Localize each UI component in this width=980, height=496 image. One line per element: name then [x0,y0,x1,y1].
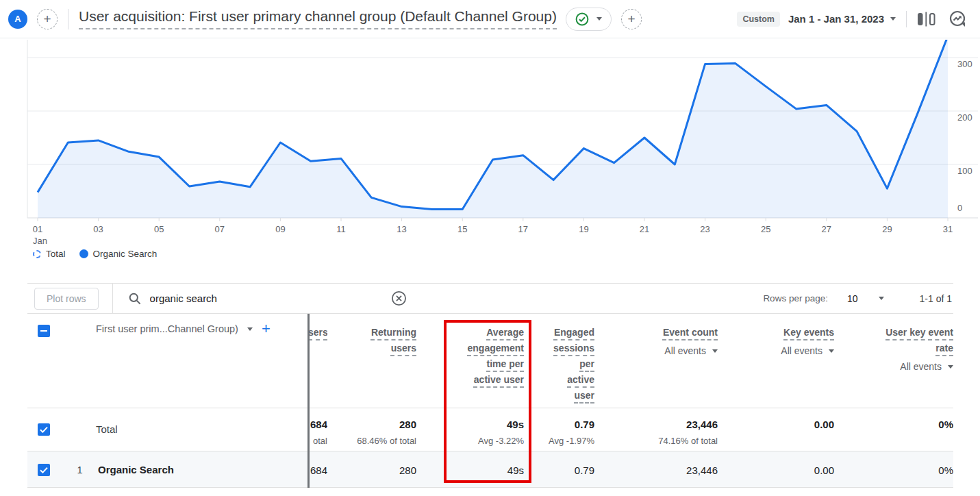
dimension-header-cell: First user prim...Channel Group) + [68,314,308,408]
x-tick-label: 21 [640,224,649,234]
column-header-key-events[interactable]: Key events All events [718,314,834,408]
row-cell-key-events: 0.00 [718,451,834,487]
dimension-chevron-icon[interactable] [247,327,253,331]
timeseries-chart: 010020030001Jan0305070911131517192123252… [0,38,980,283]
row-cell-users: 684 [308,451,327,487]
table-row[interactable]: 1 Organic Search 684 280 49s 0.79 23,446… [27,451,953,488]
x-tick-month-label: Jan [33,236,47,246]
legend-item-organic-search[interactable]: Organic Search [79,249,158,259]
chart-canvas[interactable]: 010020030001Jan0305070911131517192123252… [0,38,980,283]
y-tick-label: 200 [957,112,972,123]
data-quality-button[interactable] [566,8,612,31]
search-input[interactable] [150,293,390,304]
column-header-event-count[interactable]: Event count All events [594,314,718,408]
x-tick-label: 13 [397,224,406,234]
row-dimension-value[interactable]: Organic Search [98,451,308,487]
row-cell-engaged-sessions: 0.79 [524,451,594,487]
total-cell-engaged-sessions: 0.79 Avg -1.97% [524,408,594,451]
x-tick-label: 29 [882,224,892,234]
x-tick-label: 03 [93,224,103,234]
chart-legend: Total Organic Search [33,249,157,259]
row-index: 1 [68,451,98,487]
column-header-users[interactable]: sers [308,314,327,408]
report-table: First user prim...Channel Group) + sers … [27,314,953,488]
column-resize-handle[interactable] [307,314,310,488]
x-tick-label: 15 [457,224,467,234]
chevron-down-icon [829,349,834,353]
column-header-avg-engagement-time[interactable]: Average engagement time per active user [416,314,524,408]
report-title[interactable]: User acquisition: First user primary cha… [79,8,557,29]
select-all-checkbox[interactable] [38,325,50,337]
event-filter[interactable]: All events [594,345,718,356]
date-chevron-down-icon[interactable] [890,17,896,21]
rows-per-page-chevron-icon[interactable] [879,297,884,300]
x-tick-label: 01 [33,224,42,234]
check-circle-icon [575,12,589,26]
header-checkbox-cell [27,314,68,408]
total-cell-returning-users: 280 68.46% of total [327,408,416,451]
row-checkbox[interactable] [38,464,50,476]
row-cell-avg-engagement-time: 49s [416,451,524,487]
plot-rows-button[interactable]: Plot rows [34,288,99,310]
column-header-engaged-sessions[interactable]: Engaged sessions per active user [524,314,594,408]
x-tick-label: 07 [215,224,225,234]
comparison-icon[interactable] [917,11,935,27]
x-tick-label: 17 [518,224,528,234]
add-segment-button[interactable]: + [621,9,642,29]
event-filter[interactable]: All events [834,361,953,372]
date-range-selector[interactable]: Jan 1 - Jan 31, 2023 [788,13,884,25]
insights-icon[interactable] [949,10,966,27]
add-dimension-button[interactable]: + [262,323,271,335]
header-divider [68,9,68,29]
table-header-row: First user prim...Channel Group) + sers … [27,314,953,408]
y-tick-label: 100 [957,166,972,176]
x-tick-label: 05 [154,224,164,234]
pagination-status: 1-1 of 1 [920,293,952,304]
x-tick-label: 11 [336,224,346,234]
legend-item-total[interactable]: Total [33,249,66,259]
date-range-type-badge: Custom [737,12,780,27]
table-total-row: Total 684 otal 280 68.46% of total 49s A… [27,408,953,451]
chevron-down-icon [712,349,718,353]
total-label: Total [68,408,308,451]
rows-per-page-label: Rows per page: [763,293,828,303]
legend-label: Organic Search [93,249,158,259]
chevron-down-icon [948,365,953,369]
row-cell-user-key-event-rate: 0% [834,451,953,487]
series-area [38,38,948,218]
dimension-header-label[interactable]: First user prim...Channel Group) [96,323,238,334]
x-tick-label: 25 [761,224,770,234]
table-controls: Plot rows Rows per page: 10 1-1 of 1 [27,283,953,314]
total-cell-key-events: 0.00 [718,408,834,451]
x-tick-label: 09 [275,224,285,234]
total-cell-users: 684 otal [308,408,327,451]
header-divider [906,11,907,27]
total-cell-event-count: 23,446 74.16% of total [594,408,718,451]
app-header: A + User acquisition: First user primary… [0,0,980,38]
y-tick-label: 300 [957,59,972,69]
total-cell-avg-engagement-time: 49s Avg -3.22% [416,408,524,451]
clear-search-icon[interactable] [390,290,407,307]
total-row-checkbox[interactable] [38,423,50,436]
rows-per-page-value[interactable]: 10 [847,293,858,304]
row-checkbox-cell [27,451,68,487]
row-cell-event-count: 23,446 [594,451,718,487]
y-tick-label: 0 [957,203,962,213]
x-tick-label: 27 [822,224,831,234]
solid-dot-swatch-icon [79,249,88,258]
x-tick-label: 31 [943,224,953,234]
column-header-user-key-event-rate[interactable]: User key event rate All events [834,314,953,408]
add-comparison-button[interactable]: + [37,9,58,29]
event-filter[interactable]: All events [718,345,834,356]
chevron-down-icon [596,17,602,21]
x-tick-label: 19 [579,224,588,234]
row-cell-returning-users: 280 [327,451,416,487]
x-tick-label: 23 [700,224,709,234]
table-search[interactable] [113,290,412,307]
search-icon [128,292,142,306]
total-checkbox-cell [27,408,68,451]
legend-label: Total [46,249,66,259]
account-avatar[interactable]: A [8,10,27,29]
column-header-returning-users[interactable]: Returning users [327,314,416,408]
dashed-circle-swatch-icon [33,250,41,258]
